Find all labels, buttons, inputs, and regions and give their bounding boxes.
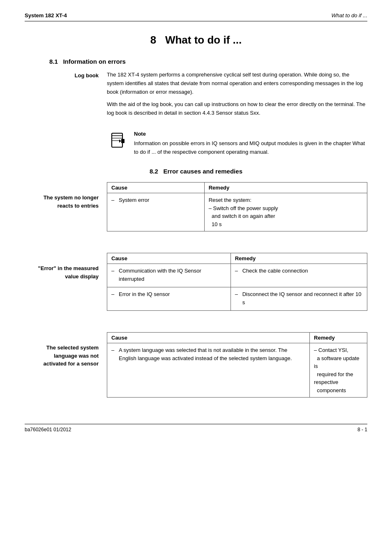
note-text: Note Information on possible errors in I… (134, 130, 367, 156)
table-2-cause-cell-1: – Communication with the IQ Sensor inter… (107, 264, 231, 287)
error-table-2: Cause Remedy – Communication with the IQ… (107, 253, 367, 321)
footer-left: ba76026e01 01/2012 (25, 427, 71, 432)
error-table-3-wrapper: The selected system language was not act… (25, 332, 367, 407)
error-label-3: The selected system language was not act… (25, 332, 107, 368)
note-spacer (25, 126, 107, 156)
table-row: – Communication with the IQ Sensor inter… (107, 264, 367, 287)
error-label-1: The system no longer reacts to entries (25, 182, 107, 210)
note-body: Information on possible errors in IQ sen… (134, 140, 365, 155)
note-box: Note Information on possible errors in I… (107, 130, 367, 156)
section-8-1: 8.1 Information on errors Log book The 1… (25, 58, 367, 156)
table-2-cause-cell-2: – Error in the IQ sensor (107, 287, 231, 311)
note-content: Note Information on possible errors in I… (107, 126, 367, 156)
page: System 182 XT-4 What to do if ... 8 What… (0, 0, 392, 555)
table-3-remedy-header: Remedy (310, 333, 367, 343)
book-icon (108, 131, 127, 150)
chapter-title: 8 What to do if ... (25, 34, 367, 46)
table-2-remedy-cell-2: – Disconnect the IQ sensor and reconnect… (231, 287, 367, 311)
table-1-cause-cell: – System error (107, 193, 205, 231)
logbook-para1: The 182 XT-4 system performs a comprehen… (107, 71, 367, 96)
note-icon (107, 130, 128, 151)
note-label: Note (134, 130, 367, 139)
table-2-remedy-header: Remedy (231, 253, 367, 264)
table-3-cause-header: Cause (107, 333, 310, 343)
table-3-cause-cell: – A system language was selected that is… (107, 343, 310, 398)
table-2-remedy-cell-1: – Check the cable connection (231, 264, 367, 287)
table-2: Cause Remedy – Communication with the IQ… (107, 253, 367, 311)
header-left: System 182 XT-4 (25, 12, 67, 18)
page-header: System 182 XT-4 What to do if ... (25, 12, 367, 21)
error-table-2-wrapper: "Error" in the measured value display Ca… (25, 253, 367, 321)
table-row: – Error in the IQ sensor – Disconnect th… (107, 287, 367, 311)
table-1-remedy-cell: Reset the system: – Switch off the power… (204, 193, 367, 231)
logbook-para2: With the aid of the log book, you can ca… (107, 100, 367, 118)
logbook-label: Log book (25, 71, 107, 122)
table-row: – A system language was selected that is… (107, 343, 367, 398)
chapter-heading: 8 What to do if ... (25, 34, 367, 46)
table-3-remedy-cell: – Contact YSI, a software update is requ… (310, 343, 367, 398)
svg-rect-4 (121, 139, 125, 143)
svg-rect-0 (112, 133, 122, 147)
logbook-block: Log book The 182 XT-4 system performs a … (25, 71, 367, 122)
error-table-1: Cause Remedy – System error (107, 182, 367, 241)
table-1: Cause Remedy – System error (107, 182, 367, 231)
page-footer: ba76026e01 01/2012 8 - 1 (25, 424, 367, 432)
table-row: – System error Reset the system: – Switc… (107, 193, 367, 231)
header-right: What to do if ... (332, 12, 367, 18)
error-table-3: Cause Remedy – A system language was sel… (107, 332, 367, 407)
table-1-cause-header: Cause (107, 183, 205, 193)
table-2-cause-header: Cause (107, 253, 231, 264)
error-table-1-wrapper: The system no longer reacts to entries C… (25, 182, 367, 241)
svg-marker-5 (119, 139, 121, 143)
error-label-2: "Error" in the measured value display (25, 253, 107, 280)
section-8-1-title: 8.1 Information on errors (49, 58, 367, 65)
table-3: Cause Remedy – A system language was sel… (107, 332, 367, 398)
note-wrapper: Note Information on possible errors in I… (25, 126, 367, 156)
section-8-2: 8.2 Error causes and remedies The system… (25, 168, 367, 407)
footer-right: 8 - 1 (357, 427, 367, 432)
table-1-remedy-header: Remedy (204, 183, 367, 193)
section-8-2-title: 8.2 Error causes and remedies (25, 168, 367, 175)
logbook-content: The 182 XT-4 system performs a comprehen… (107, 71, 367, 122)
